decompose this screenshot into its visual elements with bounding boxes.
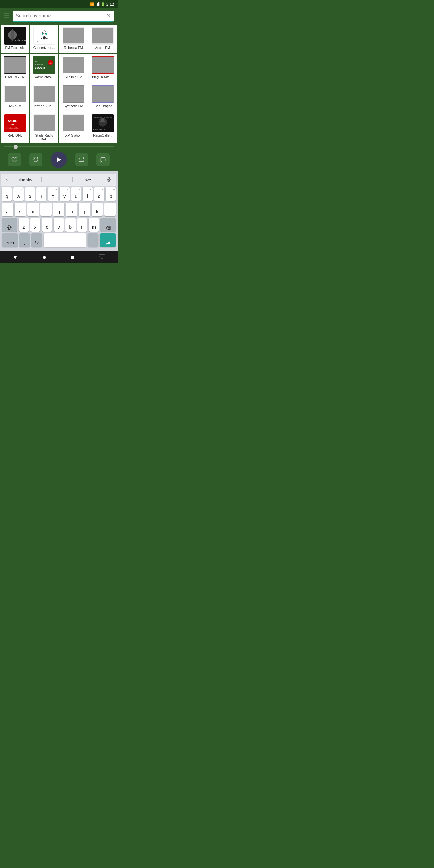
key-l[interactable]: l <box>104 203 116 216</box>
suggestions-expand[interactable]: › <box>4 177 10 183</box>
shift-key[interactable] <box>2 218 17 232</box>
key-i[interactable]: 8i <box>83 187 93 201</box>
radio-card-synthetic-fm[interactable]: Synthetic FM <box>59 83 88 112</box>
search-clear-button[interactable]: ✕ <box>106 13 111 19</box>
key-v[interactable]: v <box>54 218 64 232</box>
recents-button[interactable]: ■ <box>68 251 76 263</box>
radio-card-concertzend[interactable]: Concertzender Concertzend... <box>30 25 59 53</box>
radio-name-xm-station: XM Station <box>65 133 82 137</box>
switch-key[interactable]: ?123 <box>2 233 18 247</box>
playback-area <box>0 144 118 172</box>
suggestion-we[interactable]: we <box>72 177 104 182</box>
key-x[interactable]: x <box>30 218 41 232</box>
radio-card-bimhuis-fm[interactable]: BIMHUIS FM <box>1 54 29 83</box>
key-d[interactable]: d <box>27 203 39 216</box>
radio-logo-rebecca-fm <box>63 27 84 44</box>
menu-icon[interactable]: ☰ <box>4 12 10 20</box>
key-q[interactable]: 1q <box>2 187 12 201</box>
repeat-button[interactable] <box>75 153 88 166</box>
svg-rect-1 <box>97 3 98 6</box>
key-j[interactable]: j <box>79 203 90 216</box>
comma-key[interactable]: , <box>19 233 30 247</box>
key-f[interactable]: f <box>40 203 52 216</box>
key-b[interactable]: b <box>65 218 76 232</box>
radio-card-fm-expansie[interactable]: radio expansie FM Expansie <box>1 25 29 53</box>
svg-text:de Hollandse Hart: de Hollandse Hart <box>5 127 19 129</box>
signal-icon <box>96 2 100 7</box>
radio-card-jazz-de-ville[interactable]: Jazz de Ville ... <box>30 83 59 112</box>
key-o[interactable]: 9o <box>94 187 104 201</box>
key-p[interactable]: 0p <box>106 187 116 201</box>
radio-card-radionl[interactable]: RADIO NL de Hollandse Hart RADIONL <box>1 113 29 143</box>
radio-logo-completea: van EIGEN BODEM <box>33 56 55 74</box>
period-key[interactable]: . <box>88 233 98 247</box>
back-button[interactable]: ▼ <box>10 251 21 263</box>
radio-logo-stads-radio <box>33 114 55 132</box>
radio-logo-fm-srinagar <box>92 85 114 103</box>
radio-name-rebecca-fm: Rebecca FM <box>64 46 83 50</box>
progress-bar[interactable] <box>4 146 114 147</box>
svg-text:van: van <box>35 60 38 63</box>
key-c[interactable]: c <box>42 218 52 232</box>
radio-card-fm-srinagar[interactable]: FM Srinagar <box>88 83 117 112</box>
svg-rect-2 <box>98 2 99 6</box>
radio-logo-accent-fm <box>92 27 114 44</box>
key-w[interactable]: 2w <box>13 187 23 201</box>
radio-card-stads-radio[interactable]: Stads Radio Delft <box>30 113 59 143</box>
key-a[interactable]: a <box>2 203 13 216</box>
svg-rect-24 <box>92 57 114 73</box>
radio-name-fm-srinagar: FM Srinagar <box>93 104 112 108</box>
radio-name-anzo-fm: AnZoFM <box>8 104 21 108</box>
space-key[interactable] <box>44 233 86 247</box>
playback-controls <box>4 150 114 170</box>
key-k[interactable]: k <box>92 203 103 216</box>
radio-name-calletti: RadioCalletti <box>93 133 112 137</box>
svg-point-13 <box>45 33 47 35</box>
suggestion-i[interactable]: I <box>41 177 73 182</box>
radio-logo-sublime-fm <box>63 56 84 74</box>
alarm-button[interactable] <box>29 153 42 166</box>
header: ☰ ✕ <box>0 8 118 24</box>
key-u[interactable]: 7u <box>71 187 81 201</box>
emoji-key[interactable]: ☺ <box>31 233 42 247</box>
radio-card-rebecca-fm[interactable]: Rebecca FM <box>59 25 88 53</box>
svg-rect-46 <box>108 177 110 179</box>
key-n[interactable]: n <box>77 218 87 232</box>
key-m[interactable]: m <box>89 218 99 232</box>
radio-name-bimhuis-fm: BIMHUIS FM <box>5 75 25 79</box>
play-button[interactable] <box>51 152 67 168</box>
key-z[interactable]: z <box>19 218 29 232</box>
key-r[interactable]: 4r <box>36 187 46 201</box>
search-input[interactable] <box>16 13 106 19</box>
key-s[interactable]: s <box>15 203 26 216</box>
keyboard-button[interactable] <box>96 251 107 263</box>
radio-card-calletti[interactable]: RadioCalletti.com The Home of HouseMusic… <box>88 113 117 143</box>
key-row-3: z x c v b n m <box>2 218 116 232</box>
key-y[interactable]: 6y <box>60 187 70 201</box>
progress-knob[interactable] <box>13 145 18 149</box>
enter-key[interactable] <box>100 233 116 247</box>
home-button[interactable]: ● <box>40 251 49 263</box>
backspace-key[interactable] <box>100 218 116 232</box>
radio-card-completea[interactable]: van EIGEN BODEM Completea... <box>30 54 59 83</box>
favorite-button[interactable] <box>8 153 21 166</box>
status-icons: 📶 🔋 2:12 <box>90 2 114 7</box>
key-h[interactable]: h <box>66 203 78 216</box>
radio-card-pinguin-ska[interactable]: Pinguin Ska ... <box>88 54 117 83</box>
radio-card-accent-fm[interactable]: AccentFM <box>88 25 117 53</box>
key-e[interactable]: 3e <box>25 187 35 201</box>
key-g[interactable]: g <box>53 203 64 216</box>
radio-card-xm-station[interactable]: XM Station <box>59 113 88 143</box>
battery-icon: 🔋 <box>101 2 105 6</box>
radio-card-anzo-fm[interactable]: AnZoFM <box>1 83 29 112</box>
radio-name-accent-fm: AccentFM <box>95 46 110 50</box>
svg-text:RadioCalletti.com: RadioCalletti.com <box>93 128 106 130</box>
keyboard-area: › thanks I we 1q 2w 3e 4r 5t 6y 7u 8i 9o… <box>0 172 118 251</box>
suggestion-thanks[interactable]: thanks <box>10 177 41 182</box>
key-t[interactable]: 5t <box>48 187 58 201</box>
radio-card-sublime-fm[interactable]: Sublime FM <box>59 54 88 83</box>
chat-button[interactable] <box>96 153 110 166</box>
mic-button[interactable] <box>104 176 114 184</box>
svg-rect-25 <box>4 86 26 102</box>
svg-rect-23 <box>63 57 84 73</box>
